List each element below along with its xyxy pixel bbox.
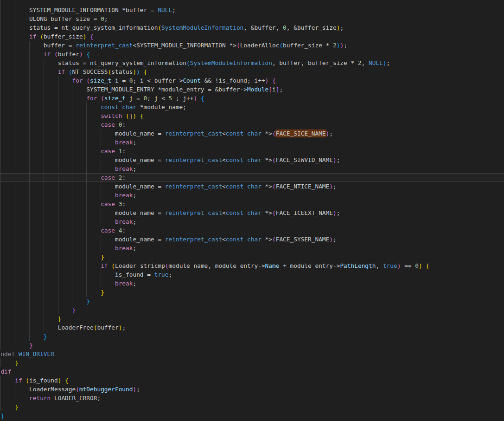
code-line[interactable]: break; xyxy=(0,217,504,226)
code-line[interactable]: module_name = reinterpret_cast<const cha… xyxy=(0,208,504,217)
code-token: ( xyxy=(40,33,44,40)
code-line[interactable]: if (NT_SUCCESS(status)) { xyxy=(0,67,504,76)
code-token: module_name = xyxy=(115,236,165,243)
indent-spaces xyxy=(0,51,43,58)
code-token: *> xyxy=(262,236,272,243)
code-token: ( xyxy=(26,377,29,384)
code-line[interactable]: const char *module_name; xyxy=(0,103,504,111)
code-line[interactable]: LoaderFree(buffer); xyxy=(0,323,504,332)
indent-spaces xyxy=(0,262,101,269)
code-token: *> xyxy=(262,183,272,190)
code-token: , xyxy=(376,262,383,269)
code-token: ; xyxy=(133,218,136,225)
code-token: ; xyxy=(333,236,337,243)
code-token: ( xyxy=(186,59,190,66)
code-token: SystemModuleInformation xyxy=(190,59,272,66)
code-token: < xyxy=(222,156,226,163)
code-line[interactable]: is_found = true; xyxy=(0,270,504,279)
code-token: LoaderMessage xyxy=(29,386,76,393)
code-token: < xyxy=(222,236,226,243)
code-token: ) xyxy=(333,209,337,216)
code-line[interactable]: } xyxy=(0,411,504,420)
code-token: buffer = xyxy=(44,42,76,49)
code-line[interactable]: module_name = reinterpret_cast<const cha… xyxy=(0,129,504,138)
indent-spaces xyxy=(0,77,72,84)
code-line[interactable]: if (Loader_stricmp(module_name, module_e… xyxy=(0,261,504,270)
indent-spaces xyxy=(0,6,29,13)
code-token: { xyxy=(65,377,69,384)
code-token: ) xyxy=(333,156,337,163)
code-line[interactable]: ULONG buffer_size = 0; xyxy=(0,14,504,23)
code-token: const char xyxy=(226,236,262,243)
code-token: ; xyxy=(136,386,140,393)
code-line[interactable]: case 0: xyxy=(0,120,504,129)
code-line[interactable]: if (is_found) { xyxy=(0,376,504,385)
code-line[interactable]: break; xyxy=(0,279,504,288)
code-token: : xyxy=(122,174,126,181)
code-line[interactable]: } xyxy=(0,297,504,305)
code-line[interactable]: ndef WIN_DRIVER xyxy=(0,350,504,358)
indent-spaces xyxy=(0,227,101,234)
indent-spaces xyxy=(0,33,29,40)
code-token: switch xyxy=(101,112,126,119)
code-token: < xyxy=(222,183,226,190)
code-token: if xyxy=(101,262,111,269)
code-token: *> xyxy=(262,156,272,163)
code-token: reinterpret_cast xyxy=(165,130,222,137)
indent-spaces xyxy=(0,139,115,146)
code-token: if xyxy=(44,51,54,58)
code-token: true xyxy=(383,262,397,269)
code-token: } xyxy=(0,412,4,419)
code-token: if xyxy=(29,33,40,40)
code-line[interactable]: } xyxy=(0,305,504,314)
code-line[interactable]: } xyxy=(0,314,504,323)
code-token: case xyxy=(101,174,119,181)
code-line[interactable]: status = nt_query_system_information(Sys… xyxy=(0,58,504,67)
indent-spaces xyxy=(0,68,57,75)
code-line[interactable]: } xyxy=(0,253,504,261)
code-token: PathLength xyxy=(340,262,376,269)
code-token: , &buffer_size xyxy=(287,24,337,31)
indent-spaces xyxy=(0,377,15,384)
code-line[interactable]: break; xyxy=(0,244,504,253)
code-line[interactable]: for (size_t i = 0; i < buffer->Count && … xyxy=(0,76,504,85)
indent-spaces xyxy=(0,121,101,128)
code-line[interactable]: dif xyxy=(0,367,504,376)
code-line[interactable]: if (buffer_size) { xyxy=(0,32,504,41)
code-token: < xyxy=(222,130,226,137)
code-line[interactable]: case 3: xyxy=(0,200,504,208)
code-line[interactable]: case 1: xyxy=(0,147,504,155)
code-line[interactable]: SYSTEM_MODULE_ENTRY *module_entry = &buf… xyxy=(0,85,504,94)
code-line[interactable]: } xyxy=(0,358,504,367)
code-line[interactable]: } xyxy=(0,402,504,411)
code-token: } xyxy=(101,253,104,260)
code-line[interactable]: return LOADER_ERROR; xyxy=(0,394,504,402)
indent-spaces xyxy=(0,342,29,349)
code-token: size_t xyxy=(104,95,126,102)
code-line[interactable]: if (buffer) { xyxy=(0,50,504,58)
code-token: status = nt_query_system_information xyxy=(29,24,158,31)
code-line[interactable]: module_name = reinterpret_cast<const cha… xyxy=(0,235,504,244)
code-line[interactable]: module_name = reinterpret_cast<const cha… xyxy=(0,182,504,191)
code-token: ; xyxy=(279,86,283,93)
code-line[interactable]: } xyxy=(0,332,504,341)
code-line[interactable]: break; xyxy=(0,164,504,173)
code-line[interactable]: module_name = reinterpret_cast<const cha… xyxy=(0,155,504,164)
code-token: 0 xyxy=(129,77,133,84)
code-line[interactable]: break; xyxy=(0,191,504,200)
code-line[interactable]: SYSTEM_MODULE_INFORMATION *buffer = NULL… xyxy=(0,6,504,14)
code-line[interactable]: } xyxy=(0,341,504,350)
code-line[interactable]: status = nt_query_system_information(Sys… xyxy=(0,23,504,32)
code-line[interactable]: case 4: xyxy=(0,226,504,235)
code-line[interactable]: case 2: xyxy=(0,173,504,182)
code-line[interactable]: } xyxy=(0,288,504,297)
indent-spaces xyxy=(0,209,115,216)
code-line[interactable]: break; xyxy=(0,138,504,147)
code-line[interactable]: switch (j) { xyxy=(0,111,504,120)
code-line[interactable]: for (size_t j = 0; j < 5 ; j++) { xyxy=(0,94,504,103)
code-line[interactable]: buffer = reinterpret_cast<SYSTEM_MODULE_… xyxy=(0,41,504,50)
code-token: } xyxy=(58,315,62,322)
code-token: FACE_SIWVID_NAME xyxy=(276,156,333,163)
code-line[interactable]: LoaderMessage(mtDebuggerFound); xyxy=(0,385,504,394)
code-token: ( xyxy=(279,42,283,49)
